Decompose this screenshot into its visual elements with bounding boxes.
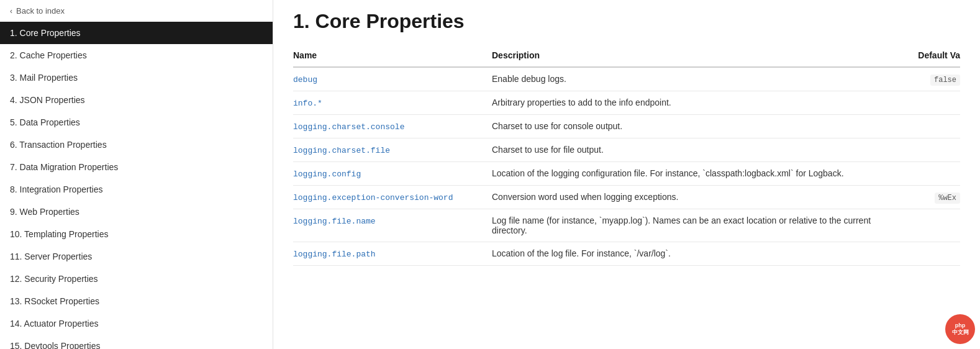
chevron-left-icon: ‹	[10, 7, 12, 16]
watermark-line1: php	[955, 322, 966, 329]
watermark-line2: 中文网	[952, 329, 969, 336]
prop-description-cell: Charset to use for console output.	[492, 115, 886, 138]
sidebar-item-6[interactable]: 6. Transaction Properties	[0, 134, 273, 156]
prop-name-link[interactable]: debug	[293, 75, 317, 84]
back-to-index-label: Back to index	[16, 6, 65, 16]
prop-name-link[interactable]: logging.charset.file	[293, 146, 390, 155]
sidebar: ‹ Back to index 1. Core Properties2. Cac…	[0, 0, 273, 349]
sidebar-item-15[interactable]: 15. Devtools Properties	[0, 335, 273, 349]
prop-name-link[interactable]: logging.charset.console	[293, 122, 404, 132]
col-header-default: Default Va	[886, 45, 960, 67]
table-row: logging.charset.consoleCharset to use fo…	[293, 115, 960, 138]
table-row: info.*Arbitrary properties to add to the…	[293, 91, 960, 115]
prop-default-cell	[886, 162, 960, 186]
sidebar-item-4[interactable]: 4. JSON Properties	[0, 89, 273, 111]
prop-default-cell	[886, 115, 960, 138]
table-row: logging.configLocation of the logging co…	[293, 162, 960, 186]
prop-name-cell: logging.exception-conversion-word	[293, 186, 492, 209]
table-header-row: Name Description Default Va	[293, 45, 960, 67]
prop-description-cell: Log file name (for instance, `myapp.log`…	[492, 209, 886, 242]
sidebar-item-1[interactable]: 1. Core Properties	[0, 22, 273, 44]
col-header-name: Name	[293, 45, 492, 67]
prop-name-link[interactable]: logging.exception-conversion-word	[293, 193, 453, 202]
sidebar-item-13[interactable]: 13. RSocket Properties	[0, 290, 273, 312]
table-row: debugEnable debug logs.false	[293, 67, 960, 91]
prop-default-value: %wEx	[935, 193, 960, 204]
prop-default-cell	[886, 209, 960, 242]
prop-name-cell: debug	[293, 67, 492, 91]
prop-name-cell: logging.charset.console	[293, 115, 492, 138]
prop-name-cell: logging.file.path	[293, 242, 492, 266]
prop-description-cell: Location of the log file. For instance, …	[492, 242, 886, 266]
prop-description-cell: Charset to use for file output.	[492, 138, 886, 162]
prop-default-cell	[886, 91, 960, 115]
prop-description-cell: Enable debug logs.	[492, 67, 886, 91]
col-header-description: Description	[492, 45, 886, 67]
prop-default-cell: false	[886, 67, 960, 91]
sidebar-item-12[interactable]: 12. Security Properties	[0, 268, 273, 290]
table-body: debugEnable debug logs.falseinfo.*Arbitr…	[293, 67, 960, 266]
table-row: logging.file.nameLog file name (for inst…	[293, 209, 960, 242]
sidebar-item-10[interactable]: 10. Templating Properties	[0, 223, 273, 245]
sidebar-item-5[interactable]: 5. Data Properties	[0, 111, 273, 134]
sidebar-item-7[interactable]: 7. Data Migration Properties	[0, 156, 273, 178]
back-to-index-link[interactable]: ‹ Back to index	[0, 0, 273, 22]
prop-description-cell: Arbitrary properties to add to the info …	[492, 91, 886, 115]
sidebar-item-11[interactable]: 11. Server Properties	[0, 245, 273, 268]
prop-name-link[interactable]: logging.file.path	[293, 250, 376, 259]
prop-name-cell: logging.config	[293, 162, 492, 186]
prop-name-cell: logging.file.name	[293, 209, 492, 242]
table-row: logging.charset.fileCharset to use for f…	[293, 138, 960, 162]
properties-table: Name Description Default Va debugEnable …	[293, 45, 960, 266]
prop-default-value: false	[930, 75, 960, 86]
prop-description-cell: Conversion word used when logging except…	[492, 186, 886, 209]
prop-description-cell: Location of the logging configuration fi…	[492, 162, 886, 186]
sidebar-item-14[interactable]: 14. Actuator Properties	[0, 312, 273, 335]
prop-name-link[interactable]: logging.config	[293, 170, 361, 179]
page-title: 1. Core Properties	[293, 10, 960, 33]
prop-name-cell: info.*	[293, 91, 492, 115]
prop-default-cell	[886, 138, 960, 162]
table-row: logging.exception-conversion-wordConvers…	[293, 186, 960, 209]
sidebar-item-8[interactable]: 8. Integration Properties	[0, 178, 273, 201]
sidebar-item-3[interactable]: 3. Mail Properties	[0, 66, 273, 89]
table-row: logging.file.pathLocation of the log fil…	[293, 242, 960, 266]
sidebar-nav: 1. Core Properties2. Cache Properties3. …	[0, 22, 273, 349]
watermark-badge: php 中文网	[945, 314, 975, 344]
table-header: Name Description Default Va	[293, 45, 960, 67]
prop-default-cell	[886, 242, 960, 266]
sidebar-item-2[interactable]: 2. Cache Properties	[0, 44, 273, 66]
main-content: 1. Core Properties Name Description Defa…	[273, 0, 980, 349]
prop-name-link[interactable]: logging.file.name	[293, 217, 376, 226]
prop-default-cell: %wEx	[886, 186, 960, 209]
sidebar-item-9[interactable]: 9. Web Properties	[0, 201, 273, 223]
prop-name-link[interactable]: info.*	[293, 99, 322, 108]
prop-name-cell: logging.charset.file	[293, 138, 492, 162]
